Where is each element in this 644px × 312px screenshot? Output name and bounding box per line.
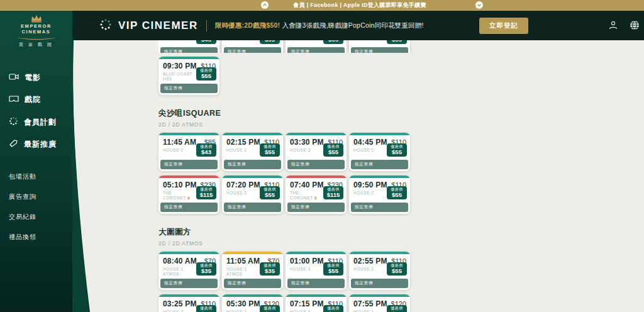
discount-badge: 優惠價 $35	[260, 262, 280, 276]
ticket-type-label: 指定票價	[287, 279, 345, 288]
showtime-card[interactable]: 07:40 PM $230 THE CORONET♛ 優惠價 $115 指定票價	[286, 176, 347, 214]
chevron-down-button[interactable]	[475, 1, 483, 9]
sidebar-item-movies[interactable]: 電影	[0, 67, 72, 89]
showtime-card[interactable]: 09:50 PM $110 HOUSE 2 優惠價 $55 指定票價	[349, 176, 410, 214]
house-label: HOUSE 1ATMOS	[163, 267, 198, 277]
showtime-card[interactable]: 03:30 PM $110 HOUSE 3 優惠價 $55 指定票價	[286, 133, 347, 171]
discount-badge-price: $43	[199, 149, 213, 155]
card-body: 優惠價 $43	[158, 40, 219, 46]
discount-badge-price: $55	[390, 192, 404, 198]
ticket-type-label: 指定票價	[224, 47, 281, 53]
header-promo-text: 限時優惠:2D戲飛$50! 入會賺3張戲飛,睇戲賺PopCoin同印花雙重回贈!	[215, 21, 424, 30]
discount-badge: 優惠價 $43	[196, 40, 216, 44]
house-label: HOUSE 1ATMOS	[226, 267, 262, 277]
sidebar-item-promotions[interactable]: 最新推廣	[0, 133, 72, 155]
showtime-card[interactable]: 05:10 PM $230 THE CORONET♛ 優惠價 $115 指定票價	[158, 176, 219, 214]
discount-badge-price: $55	[199, 73, 213, 79]
showtime-card[interactable]: 07:20 PM $110 HOUSE 2 優惠價 $55 指定票價	[222, 176, 283, 214]
showtime-time: 05:30 PM	[226, 299, 260, 308]
sidebar-item-gift-redemption[interactable]: 禮品換領	[0, 227, 72, 247]
card-body: 05:30 PM $120 HOUSE 1ATMOS 優惠價 $60	[222, 297, 283, 312]
sidebar-item-transactions[interactable]: 交易紀錄	[0, 207, 72, 227]
screen-icon	[9, 95, 19, 104]
discount-badge-price: $55	[326, 268, 340, 274]
showtime-time: 11:45 AM	[163, 138, 196, 147]
discount-badge: 優惠價 $55	[387, 262, 407, 276]
house-label: HOUSE 2	[226, 148, 262, 153]
ticket-type-label: 指定票價	[160, 47, 218, 53]
showtime-row: 05:10 PM $230 THE CORONET♛ 優惠價 $115 指定票價…	[158, 176, 413, 214]
ticket-type-label: 指定票價	[224, 203, 281, 212]
sidebar-item-private-events[interactable]: 包場活動	[0, 167, 72, 187]
showtime-card[interactable]: 11:45 AM $85 HOUSE 2 優惠價 $43 指定票價	[158, 133, 219, 171]
discount-badge: 優惠價 $115	[196, 186, 216, 199]
showtime-card[interactable]: 02:15 PM $110 HOUSE 2 優惠價 $55 指定票價	[222, 133, 283, 171]
discount-badge-price: $55	[263, 149, 277, 155]
card-body: 04:45 PM $110 HOUSE 2 優惠價 $55	[349, 135, 410, 159]
ticket-type-label: 指定票價	[351, 47, 408, 53]
discount-badge: 優惠價 $55	[196, 67, 216, 81]
card-body: 08:40 AM $70 HOUSE 1ATMOS 優惠價 $35	[158, 254, 219, 277]
topbar-login-links[interactable]: 會員 | Facebook | Apple ID登入購票即享免手續費	[0, 0, 644, 10]
showtime-time: 01:00 PM	[290, 257, 324, 265]
house-label: THE CORONET♛	[290, 191, 325, 201]
showtime-card[interactable]: 07:15 PM $110 HOUSE 4 優惠價 $55 指定票價	[286, 294, 347, 312]
discount-badge-price: $35	[199, 268, 213, 274]
showtime-card[interactable]: 優惠價 $55 指定票價	[286, 40, 347, 53]
discount-badge: 優惠價 $35	[196, 262, 216, 276]
showtime-card[interactable]: 優惠價 $43 指定票價	[158, 40, 219, 53]
showtime-card[interactable]: 優惠價 $55 指定票價	[349, 40, 410, 53]
discount-badge-price: $115	[199, 192, 213, 198]
register-now-button[interactable]: 立即登記	[479, 18, 528, 34]
promo-icon	[9, 139, 18, 150]
showtime-time: 02:55 PM	[353, 257, 387, 265]
chevron-up-button[interactable]	[261, 1, 269, 9]
vip-dots-icon	[99, 18, 112, 33]
showtime-time: 07:20 PM	[226, 181, 260, 189]
discount-badge: 優惠價 $55	[260, 143, 280, 157]
sidebar-item-membership[interactable]: 會員計劃	[0, 111, 72, 133]
ticket-type-label: 指定票價	[160, 160, 218, 169]
sidebar-item-cinemas[interactable]: 戲院	[0, 89, 72, 111]
house-label: HOUSE 3	[290, 267, 325, 272]
discount-badge: 優惠價 $115	[323, 186, 343, 199]
showtime-card[interactable]: 優惠價 $55 指定票價	[222, 40, 283, 53]
format-label: 2D / 2D ATMOS	[158, 240, 413, 247]
discount-badge: 優惠價 $55	[196, 305, 216, 312]
vip-cinemer-brand[interactable]: VIP CINEMER	[99, 18, 198, 33]
showtime-row: 優惠價 $43 指定票價 優惠價 $55 指定票價	[158, 40, 413, 53]
showtime-card[interactable]: 03:25 PM $110 HOUSE 3 優惠價 $55 指定票價	[158, 294, 219, 312]
showtime-card[interactable]: 04:45 PM $110 HOUSE 2 優惠價 $55 指定票價	[349, 133, 410, 171]
house-label: BLUE COAST HSE	[163, 72, 198, 82]
showtime-row: 08:40 AM $70 HOUSE 1ATMOS 優惠價 $35 指定票價 1…	[158, 252, 413, 290]
showtime-card[interactable]: 08:40 AM $70 HOUSE 1ATMOS 優惠價 $35 指定票價	[158, 252, 219, 290]
house-label: HOUSE 4	[290, 309, 325, 312]
emperor-cinemas-logo[interactable]: EMPEROR CINEMAS 英 皇 戲 院	[0, 11, 72, 48]
showtime-time: 09:30 PM	[163, 62, 197, 70]
house-label: HOUSE 2	[353, 267, 389, 272]
showtime-card[interactable]: 05:30 PM $120 HOUSE 1ATMOS 優惠價 $60 指定票價	[222, 294, 283, 312]
language-globe-icon[interactable]	[629, 20, 640, 33]
brand-title: VIP CINEMER	[118, 20, 198, 32]
showtime-card[interactable]: 02:55 PM $110 HOUSE 2 優惠價 $55 指定票價	[349, 252, 410, 290]
showtime-card[interactable]: 01:00 PM $110 HOUSE 3 優惠價 $55 指定票價	[286, 252, 347, 290]
house-label: HOUSE 1ATMOS	[226, 309, 262, 312]
showtime-card[interactable]: 11:05 AM $70 HOUSE 1ATMOS 優惠價 $35 指定票價	[222, 252, 283, 290]
showtime-card[interactable]: 07:55 PM $120 HOUSE 1ATMOS 優惠價 $60 指定票價	[349, 294, 410, 312]
discount-badge: 優惠價 $55	[387, 143, 407, 157]
cinema-section: 大圍圍方2D / 2D ATMOS 08:40 AM $70 HOUSE 1AT…	[158, 227, 413, 312]
showtime-row: 11:45 AM $85 HOUSE 2 優惠價 $43 指定票價 02:15 …	[158, 133, 413, 171]
card-body: 07:55 PM $120 HOUSE 1ATMOS 優惠價 $60	[349, 297, 410, 312]
house-label: HOUSE 2	[353, 191, 389, 196]
format-label: 2D / 2D ATMOS	[158, 121, 413, 128]
card-body: 03:30 PM $110 HOUSE 3 優惠價 $55	[286, 135, 347, 159]
sidebar-item-ad-enquiry[interactable]: 廣告查詢	[0, 187, 72, 207]
account-icon[interactable]	[608, 20, 619, 33]
showtimes-main: 優惠價 $43 指定票價 優惠價 $55 指定票價	[72, 40, 644, 312]
showtime-time: 03:30 PM	[290, 138, 324, 147]
showtime-row: 09:30 PM $110 BLUE COAST HSE 優惠價 $55 指定票…	[158, 57, 413, 95]
showtime-card[interactable]: 09:30 PM $110 BLUE COAST HSE 優惠價 $55 指定票…	[158, 57, 219, 95]
logo-text-cn: 英 皇 戲 院	[0, 42, 72, 48]
ticket-type-label: 指定票價	[287, 47, 345, 53]
showtime-time: 09:50 PM	[353, 181, 387, 189]
